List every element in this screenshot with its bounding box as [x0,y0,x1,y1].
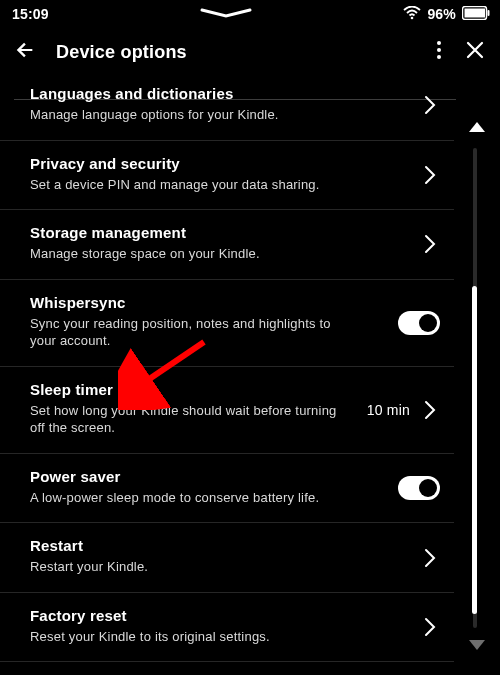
scroll-column [454,100,500,660]
settings-row-power-saver[interactable]: Power saver A low-power sleep mode to co… [0,454,454,524]
more-options-icon[interactable] [436,40,442,64]
settings-row-privacy[interactable]: Privacy and security Set a device PIN an… [0,141,454,211]
settings-row-restart[interactable]: Restart Restart your Kindle. [0,523,454,593]
row-subtitle: Reset your Kindle to its original settin… [30,628,436,646]
sleep-timer-value: 10 min [367,402,410,418]
row-title: Languages and dictionaries [30,85,436,102]
row-title: Sleep timer [30,381,436,398]
close-icon[interactable] [466,41,484,63]
row-title: Power saver [30,468,436,485]
chevron-right-icon [424,234,436,254]
svg-point-0 [411,16,414,19]
row-title: Restart [30,537,436,554]
settings-row-whispersync[interactable]: Whispersync Sync your reading position, … [0,280,454,367]
power-saver-toggle[interactable] [398,476,440,500]
settings-row-languages[interactable]: Languages and dictionaries Manage langua… [0,78,454,141]
row-subtitle: A low-power sleep mode to conserve batte… [30,489,436,507]
row-title: Storage management [30,224,436,241]
chevron-right-icon [424,400,436,420]
svg-rect-2 [465,8,486,17]
svg-point-5 [437,48,441,52]
header: Device options [0,28,500,76]
battery-icon [462,6,490,23]
whispersync-toggle[interactable] [398,311,440,335]
row-subtitle: Sync your reading position, notes and hi… [30,315,436,350]
chevron-right-icon [424,548,436,568]
row-title: Privacy and security [30,155,436,172]
scroll-down-arrow-icon[interactable] [469,636,485,654]
svg-rect-3 [488,10,490,16]
back-icon[interactable] [14,39,36,65]
wifi-icon [403,6,421,23]
settings-row-factory-reset[interactable]: Factory reset Reset your Kindle to its o… [0,593,454,663]
row-subtitle: Manage language options for your Kindle. [30,106,436,124]
scrollbar-thumb[interactable] [472,286,477,614]
page-title: Device options [56,42,416,63]
settings-row-storage[interactable]: Storage management Manage storage space … [0,210,454,280]
chevron-right-icon [424,617,436,637]
row-subtitle: Manage storage space on your Kindle. [30,245,436,263]
battery-percent: 96% [427,6,456,22]
row-subtitle: Restart your Kindle. [30,558,436,576]
pull-down-handle-icon[interactable] [198,8,254,20]
svg-point-4 [437,41,441,45]
chevron-right-icon [424,165,436,185]
settings-row-sleep-timer[interactable]: Sleep timer Set how long your Kindle sho… [0,367,454,454]
svg-point-6 [437,55,441,59]
row-title: Factory reset [30,607,436,624]
status-time: 15:09 [12,6,49,22]
row-title: Whispersync [30,294,436,311]
scroll-up-arrow-icon[interactable] [469,118,485,136]
chevron-right-icon [424,95,436,115]
status-bar: 15:09 96% [0,0,500,28]
settings-list: Languages and dictionaries Manage langua… [0,78,454,674]
row-subtitle: Set a device PIN and manage your data sh… [30,176,436,194]
